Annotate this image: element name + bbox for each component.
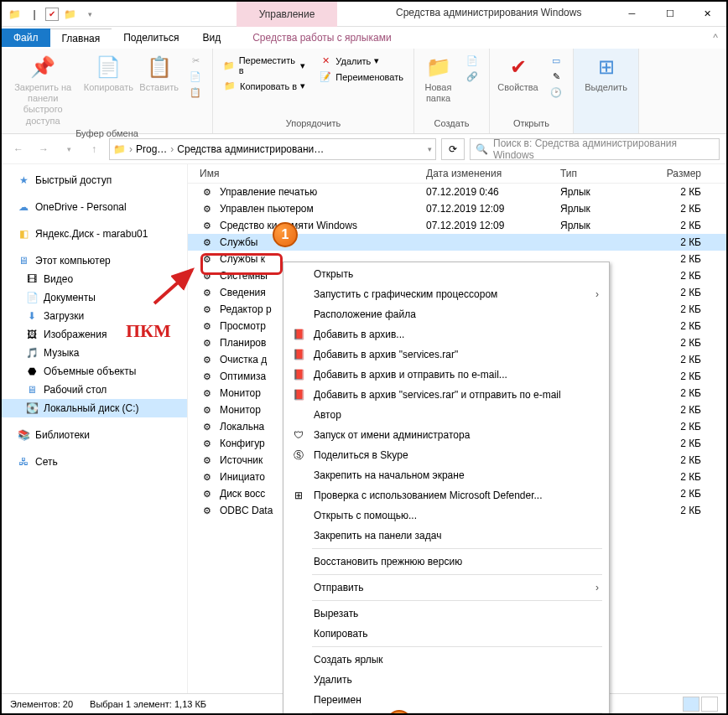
context-item[interactable]: Запустить с графическим процессором › <box>285 284 607 304</box>
tab-view[interactable]: Вид <box>190 28 232 47</box>
forward-button[interactable]: → <box>34 139 54 159</box>
context-item[interactable]: Вырезать <box>285 604 607 624</box>
tab-file[interactable]: Файл <box>2 28 50 47</box>
details-view-button[interactable] <box>683 697 699 712</box>
context-item[interactable]: Автор <box>285 405 607 425</box>
context-item[interactable]: 📕 Добавить в архив... <box>285 324 607 345</box>
back-button[interactable]: ← <box>8 139 29 159</box>
qat-dropdown-icon[interactable]: ▾ <box>81 5 99 23</box>
breadcrumb-part-1[interactable]: Prog… <box>136 143 167 155</box>
moveto-button[interactable]: 📁Переместить в ▾ <box>220 54 309 77</box>
tab-shortcut-tools[interactable]: Средства работы с ярлыками <box>241 28 403 47</box>
blank-icon <box>290 307 307 322</box>
context-item-label: Добавить в архив "services.rar" <box>314 349 599 360</box>
pin-button[interactable]: 📌 Закрепить на панели быстрого доступа <box>8 52 77 127</box>
sidebar-item-desktop[interactable]: 🖥Рабочий стол <box>2 381 187 399</box>
open-icon[interactable]: ▭ <box>546 54 566 68</box>
sidebar-item-network[interactable]: 🖧Сеть <box>2 453 187 471</box>
rar-icon: 📕 <box>290 347 307 362</box>
edit-icon[interactable]: ✎ <box>546 70 566 84</box>
file-row[interactable]: ⚙ Средство ки памяти Windows 07.12.2019 … <box>188 217 726 234</box>
context-item[interactable]: Закрепить на начальном экране <box>285 465 607 485</box>
paste-button[interactable]: 📋 Вставить <box>139 52 179 93</box>
context-item[interactable]: 📕 Добавить в архив и отправить по e-mail… <box>285 365 607 385</box>
context-item[interactable]: Расположение файла <box>285 304 607 324</box>
history-icon[interactable]: 🕑 <box>546 85 566 100</box>
context-item-label: Проверка с использованием Microsoft Defe… <box>314 490 599 501</box>
minimize-button[interactable]: ─ <box>613 2 651 25</box>
context-item[interactable]: 📕 Добавить в архив "services.rar" и отпр… <box>285 385 607 405</box>
header-date[interactable]: Дата изменения <box>426 168 560 179</box>
context-item[interactable]: Отправить › <box>285 578 607 598</box>
context-item[interactable]: 🛡 Запуск от имени администратора <box>285 425 607 445</box>
shortcut-icon: ⚙ <box>200 470 215 484</box>
context-item[interactable]: Создать ярлык <box>285 650 607 670</box>
sidebar-item-cdrive[interactable]: 💽Локальный диск (C:) <box>2 399 187 417</box>
tab-share[interactable]: Поделиться <box>112 28 190 47</box>
sidebar-item-libraries[interactable]: 📚Библиотеки <box>2 426 187 444</box>
easyaccess-icon[interactable]: 🔗 <box>462 70 482 84</box>
file-row[interactable]: ⚙ Службы 2 КБ <box>188 234 726 251</box>
context-item[interactable]: Переимен <box>285 690 607 710</box>
copy-button[interactable]: 📄 Копировать <box>84 52 133 93</box>
context-item[interactable]: 📕 Добавить в архив "services.rar" <box>285 345 607 365</box>
context-item[interactable]: Восстановить прежнюю версию <box>285 552 607 572</box>
copyto-button[interactable]: 📁Копировать в ▾ <box>220 79 309 93</box>
file-type: Ярлык <box>560 220 653 231</box>
context-item-label: Отправить <box>314 582 589 593</box>
sidebar-item-music[interactable]: 🎵Музыка <box>2 344 187 362</box>
quick-access-toolbar: 📁 | ✔ 📁 ▾ <box>2 5 102 23</box>
sidebar-item-quick-access[interactable]: ★Быстрый доступ <box>2 171 187 189</box>
cut-icon[interactable]: ✂ <box>185 54 205 68</box>
file-row[interactable]: ⚙ Управление печатью 07.12.2019 0:46 Ярл… <box>188 184 726 200</box>
close-button[interactable]: ✕ <box>689 2 726 25</box>
header-size[interactable]: Размер <box>653 168 726 179</box>
blank-icon <box>290 626 307 641</box>
svg-line-1 <box>154 270 192 303</box>
context-item[interactable]: Закрепить на панели задач <box>285 526 607 546</box>
maximize-button[interactable]: ☐ <box>651 2 689 25</box>
context-item[interactable]: Открыть <box>285 264 607 284</box>
context-item[interactable]: Ⓢ Поделиться в Skype <box>285 445 607 465</box>
tab-home[interactable]: Главная <box>50 28 112 48</box>
qat-folder-icon[interactable]: 📁 <box>60 5 79 23</box>
ribbon-collapse-icon[interactable]: ^ <box>705 32 726 44</box>
folder-icon: 📁 <box>113 143 126 155</box>
properties-button[interactable]: ✔ Свойства <box>497 52 539 93</box>
column-headers: Имя Дата изменения Тип Размер <box>188 164 726 184</box>
properties-icon: ✔ <box>510 54 527 80</box>
newitem-icon[interactable]: 📄 <box>462 54 482 68</box>
newfolder-button[interactable]: 📁 Новая папка <box>421 52 455 104</box>
recent-dropdown[interactable]: ▾ <box>59 139 79 159</box>
breadcrumb[interactable]: 📁 › Prog… › Средства администрировани… ▾ <box>109 138 436 160</box>
blank-icon <box>290 580 307 595</box>
select-button[interactable]: ⊞ Выделить <box>580 52 632 93</box>
copypath-icon[interactable]: 📄 <box>185 70 205 84</box>
up-button[interactable]: ↑ <box>84 139 104 159</box>
search-input[interactable]: 🔍 Поиск в: Средства администрирования Wi… <box>470 138 720 160</box>
shortcut-icon: ⚙ <box>200 487 215 500</box>
context-item[interactable]: Открыть с помощью... <box>285 505 607 526</box>
context-item[interactable]: ⊞ Проверка с использованием Microsoft De… <box>285 485 607 505</box>
sidebar-item-onedrive[interactable]: ☁OneDrive - Personal <box>2 198 187 216</box>
shortcut-icon: ⚙ <box>200 403 215 417</box>
qat-checkbox-icon[interactable]: ✔ <box>45 8 59 21</box>
file-date: 07.12.2019 0:46 <box>426 186 560 198</box>
breadcrumb-part-2[interactable]: Средства администрировани… <box>177 143 324 155</box>
sidebar-item-yandex[interactable]: ◧Яндекс.Диск - marabu01 <box>2 225 187 243</box>
manage-tab[interactable]: Управление <box>237 2 337 27</box>
rename-button[interactable]: 📝Переименовать <box>315 70 407 84</box>
ribbon-group-open: ✔ Свойства ▭ ✎ 🕑 Открыть <box>490 49 574 133</box>
sidebar-item-3d[interactable]: ⬣Объемные объекты <box>2 362 187 381</box>
delete-button[interactable]: ✕Удалить ▾ <box>315 54 407 68</box>
icons-view-button[interactable] <box>701 697 718 712</box>
header-type[interactable]: Тип <box>560 168 653 179</box>
file-row[interactable]: ⚙ Управлен пьютером 07.12.2019 12:09 Ярл… <box>188 200 726 217</box>
file-size: 2 КБ <box>653 203 726 215</box>
refresh-button[interactable]: ⟳ <box>441 138 465 160</box>
context-item[interactable]: Копировать <box>285 624 607 644</box>
header-name[interactable]: Имя <box>200 168 426 179</box>
paste-shortcut-icon[interactable]: 📋 <box>185 85 205 100</box>
context-item-label: Поделиться в Skype <box>314 449 599 461</box>
context-item[interactable]: Удалить <box>285 670 607 690</box>
